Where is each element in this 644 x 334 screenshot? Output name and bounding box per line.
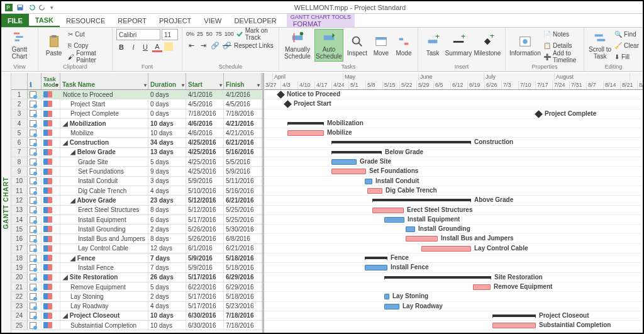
row-finish[interactable]: 5/25/2016 — [224, 215, 262, 224]
gantt-body[interactable]: Notice to ProceedProject StartProject Co… — [264, 90, 643, 330]
table-row[interactable]: 17Lay Control Cable12 days6/1/20166/21/2… — [11, 244, 262, 253]
row-name[interactable]: Remove Equipment — [60, 282, 148, 291]
milestone-button[interactable]: +Milestone — [474, 29, 501, 62]
tab-project[interactable]: PROJECT — [153, 14, 197, 27]
row-info[interactable] — [28, 292, 42, 301]
row-start[interactable]: 6/1/2016 — [186, 244, 224, 253]
tab-file[interactable]: FILE — [1, 14, 29, 27]
row-finish[interactable]: 7/18/2016 — [224, 321, 262, 330]
task-bar[interactable] — [367, 188, 382, 194]
row-id[interactable]: 15 — [11, 225, 28, 233]
row-finish[interactable]: 7/18/2016 — [224, 109, 262, 118]
table-row[interactable]: 6◢ Construction34 days4/25/20166/21/2016 — [11, 138, 262, 147]
row-start[interactable]: 7/18/2016 — [186, 109, 224, 118]
milestone-icon[interactable] — [284, 100, 292, 108]
table-row[interactable]: 3Project Complete0 days7/18/20167/18/201… — [11, 109, 262, 119]
outdent-button[interactable]: ⇤ — [186, 40, 196, 50]
row-info[interactable] — [28, 186, 42, 195]
row-info[interactable] — [28, 99, 42, 108]
task-bar[interactable] — [372, 208, 404, 213]
summary-bar[interactable] — [372, 199, 471, 201]
row-dur[interactable]: 10 days — [148, 321, 186, 330]
row-id[interactable]: 24 — [11, 311, 28, 320]
summary-bar[interactable] — [384, 276, 491, 279]
auto-schedule-button[interactable]: Auto Schedule — [314, 29, 343, 62]
row-finish[interactable]: 5/18/2016 — [224, 292, 262, 301]
row-dur[interactable]: 10 days — [148, 128, 186, 137]
undo-icon[interactable] — [28, 4, 35, 11]
table-row[interactable]: 16Install Bus and Jumpers8 days5/26/2016… — [11, 234, 262, 243]
table-row[interactable]: 9Set Foundations9 days4/25/20165/9/2016 — [11, 167, 262, 176]
row-dur[interactable]: 13 days — [148, 148, 186, 157]
row-mode[interactable] — [42, 138, 60, 147]
row-start[interactable]: 5/9/2016 — [186, 253, 224, 262]
row-info[interactable] — [28, 148, 42, 157]
row-name[interactable]: Substaintial Completion — [60, 321, 148, 330]
task-bar[interactable] — [384, 304, 399, 309]
mark-on-track-button[interactable] — [236, 29, 243, 39]
row-start[interactable]: 5/26/2016 — [186, 234, 224, 243]
font-color-button[interactable]: A — [152, 42, 162, 52]
table-row[interactable]: 4◢ Mobilization10 days4/6/20164/21/2016 — [11, 119, 262, 128]
table-row[interactable]: 19Install Fence7 days5/9/20165/18/2016 — [11, 263, 262, 272]
row-dur[interactable]: 5 days — [148, 282, 186, 291]
task-button[interactable]: +Task — [422, 29, 443, 62]
italic-button[interactable]: I — [128, 42, 138, 52]
row-info[interactable] — [28, 244, 42, 253]
scroll-to-task-button[interactable]: Scroll to Task — [588, 29, 612, 62]
gantt-row[interactable]: Fence — [264, 253, 643, 263]
task-bar[interactable] — [384, 217, 404, 223]
gantt-row[interactable]: Construction — [264, 138, 643, 147]
tab-task[interactable]: TASK — [29, 14, 60, 27]
manually-schedule-button[interactable]: Manually Schedule — [283, 29, 312, 62]
col-fin-header[interactable]: Finish▾ — [224, 73, 262, 89]
row-info[interactable] — [28, 225, 42, 233]
task-bar[interactable] — [331, 159, 357, 165]
unlink-button[interactable]: 🔗 — [222, 40, 232, 50]
row-finish[interactable]: 6/29/2016 — [224, 282, 262, 291]
table-row[interactable]: 12◢ Above Grade23 days5/12/20166/21/2016 — [11, 196, 262, 205]
task-bar[interactable] — [406, 236, 438, 242]
table-row[interactable]: 24◢ Project Closeout10 days6/30/20167/18… — [11, 311, 262, 321]
task-bar[interactable] — [365, 265, 387, 270]
row-name[interactable]: Grade Site — [60, 157, 148, 166]
row-dur[interactable]: 2 days — [148, 292, 186, 301]
row-name[interactable]: Install Conduit — [60, 177, 148, 186]
row-info[interactable] — [28, 109, 42, 118]
table-row[interactable]: 18◢ Fence7 days5/9/20165/18/2016 — [11, 253, 262, 263]
task-bar[interactable] — [421, 246, 471, 252]
row-mode[interactable] — [42, 167, 60, 175]
row-id[interactable]: 17 — [11, 244, 28, 253]
row-dur[interactable]: 26 days — [148, 273, 186, 282]
tab-view[interactable]: VIEW — [197, 14, 228, 27]
table-row[interactable]: 20◢ Site Restoration26 days5/17/20166/29… — [11, 273, 262, 282]
gantt-chart-button[interactable]: Gantt Chart — [5, 29, 34, 62]
copy-button[interactable]: ⎘Copy — [68, 40, 108, 50]
table-row[interactable]: 13Erect Steel Structures8 days5/12/20165… — [11, 206, 262, 215]
row-start[interactable]: 4/6/2016 — [186, 128, 224, 137]
row-id[interactable]: 8 — [11, 157, 28, 166]
table-row[interactable]: 11Dig Cable Trench4 days5/10/20165/16/20… — [11, 186, 262, 196]
row-info[interactable] — [28, 253, 42, 262]
col-dur-header[interactable]: Duration▾ — [148, 73, 186, 89]
row-id[interactable]: 9 — [11, 167, 28, 175]
task-bar[interactable] — [384, 294, 389, 299]
row-finish[interactable]: 7/18/2016 — [224, 311, 262, 320]
row-start[interactable]: 4/5/2016 — [186, 99, 224, 108]
information-button[interactable]: Information — [509, 29, 541, 62]
row-mode[interactable] — [42, 186, 60, 195]
row-dur[interactable]: 10 days — [148, 311, 186, 320]
row-dur[interactable]: 34 days — [148, 138, 186, 147]
row-name[interactable]: Erect Steel Structures — [60, 206, 148, 214]
row-finish[interactable]: 5/9/2016 — [224, 167, 262, 175]
find-button[interactable]: 🔍Find — [614, 29, 639, 39]
row-start[interactable]: 5/12/2016 — [186, 196, 224, 204]
row-dur[interactable]: 7 days — [148, 263, 186, 272]
row-info[interactable] — [28, 196, 42, 204]
row-id[interactable]: 3 — [11, 109, 28, 118]
row-start[interactable]: 5/17/2016 — [186, 292, 224, 301]
row-id[interactable]: 22 — [11, 292, 28, 301]
summary-bar[interactable] — [331, 151, 382, 153]
row-id[interactable]: 13 — [11, 206, 28, 214]
gantt-row[interactable]: Lay Roadway — [264, 302, 643, 311]
